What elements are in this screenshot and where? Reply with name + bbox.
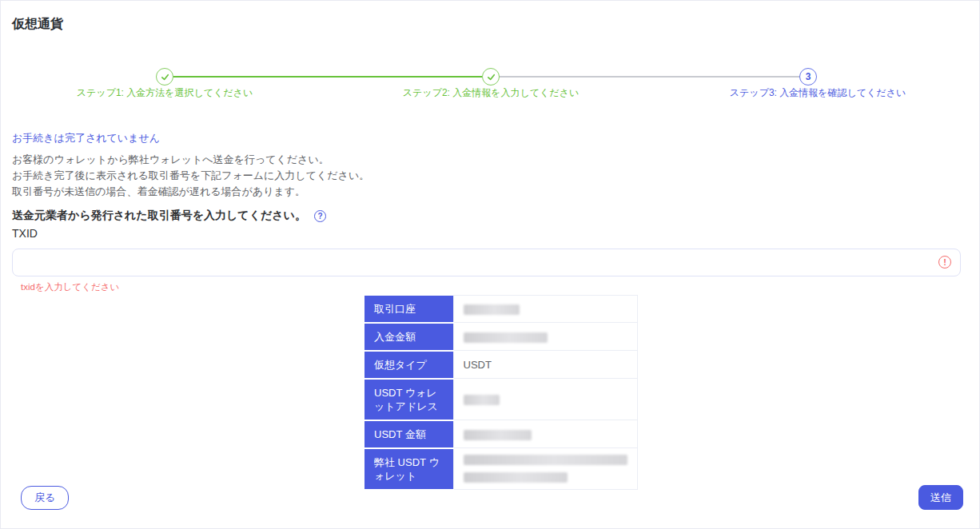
- step1-label: ステップ1: 入金方法を選択してください: [5, 86, 325, 100]
- table-row: USDT ウォレットアドレス: [365, 379, 637, 420]
- txid-field-label: TXID: [12, 227, 38, 240]
- row-label: USDT 金額: [365, 420, 453, 448]
- row-label: 仮想タイプ: [365, 351, 453, 379]
- row-value: [453, 296, 637, 323]
- table-row: 仮想タイプ USDT: [365, 351, 637, 379]
- redacted-value: [464, 472, 568, 483]
- step-connector-1-2: [173, 76, 482, 78]
- redacted-value: [464, 430, 532, 440]
- table-row: USDT 金額: [365, 420, 637, 448]
- step3-label: ステップ3: 入金情報を確認してください: [658, 86, 978, 100]
- row-value: [453, 448, 637, 490]
- table-row: 取引口座: [365, 296, 637, 323]
- redacted-value: [464, 395, 500, 405]
- redacted-value: [464, 455, 627, 465]
- step2-check-icon: [482, 68, 500, 86]
- row-label: 入金金額: [365, 323, 453, 351]
- stepper: 3 ステップ1: 入金方法を選択してください ステップ2: 入金情報を入力してく…: [1, 1, 979, 105]
- notice-headline: お手続きは完了されていません: [12, 131, 369, 145]
- step-connector-2-3: [500, 76, 799, 78]
- redacted-value: [464, 304, 520, 315]
- help-icon[interactable]: ?: [314, 210, 326, 222]
- row-value: [453, 379, 637, 420]
- txid-instruction-text: 送金元業者から発行された取引番号を入力してください。: [12, 209, 306, 223]
- step3-number: 3: [806, 71, 811, 82]
- back-button[interactable]: 戻る: [21, 486, 69, 510]
- row-value: [453, 420, 637, 448]
- txid-instruction: 送金元業者から発行された取引番号を入力してください。 ?: [12, 209, 326, 223]
- row-label: 取引口座: [365, 296, 453, 323]
- notice-block: お手続きは完了されていません お客様のウォレットから弊社ウォレットへ送金を行って…: [12, 131, 369, 200]
- notice-line: 取引番号が未送信の場合、着金確認が遅れる場合があります。: [12, 184, 369, 200]
- txid-input-wrap: !: [12, 249, 961, 276]
- submit-button[interactable]: 送信: [918, 485, 963, 510]
- notice-line: お手続き完了後に表示される取引番号を下記フォームに入力してください。: [12, 168, 369, 184]
- notice-line: お客様のウォレットから弊社ウォレットへ送金を行ってください。: [12, 152, 369, 168]
- step1-check-icon: [156, 68, 173, 86]
- row-label: 弊社 USDT ウォレット: [365, 448, 453, 490]
- step3-number-icon: 3: [799, 68, 817, 86]
- step2-label: ステップ2: 入金情報を入力してください: [331, 86, 651, 100]
- row-value: USDT: [453, 351, 637, 379]
- crypto-deposit-page: 仮想通貨 3 ステップ1: 入金方法を選択してください ステップ2: 入金情報を…: [0, 0, 980, 529]
- table-row: 弊社 USDT ウォレット: [365, 448, 637, 490]
- txid-error-message: txidを入力してください: [21, 281, 119, 293]
- row-label: USDT ウォレットアドレス: [365, 379, 453, 420]
- deposit-summary-table: 取引口座 入金金額 仮想タイプ USDT USDT ウォレットアドレス USDT…: [365, 295, 638, 491]
- table-row: 入金金額: [365, 323, 637, 351]
- row-value: [453, 323, 637, 351]
- txid-input[interactable]: [12, 249, 961, 276]
- redacted-value: [464, 332, 548, 343]
